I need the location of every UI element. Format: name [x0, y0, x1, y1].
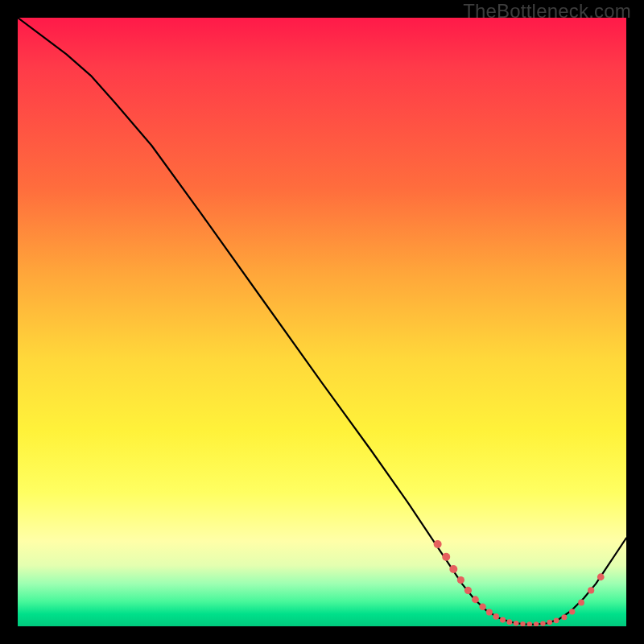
- curve-marker: [578, 600, 584, 606]
- curve-marker: [514, 621, 519, 626]
- curve-marker: [588, 587, 594, 593]
- curve-svg: [18, 18, 626, 626]
- curve-marker: [464, 587, 472, 594]
- curve-marker: [434, 540, 442, 548]
- curve-marker: [561, 614, 567, 620]
- curve-marker: [597, 573, 605, 580]
- chart-stage: TheBottleneck.com: [0, 0, 644, 644]
- curve-marker: [534, 621, 539, 626]
- curve-marker: [449, 565, 457, 573]
- curve-marker: [569, 609, 575, 614]
- bottleneck-curve: [18, 18, 626, 625]
- curve-marker: [472, 596, 479, 603]
- curve-marker: [540, 621, 545, 625]
- curve-marker: [520, 621, 525, 626]
- plot-area: [18, 18, 626, 626]
- curve-marker: [527, 621, 532, 626]
- markers-group: [434, 540, 605, 626]
- curve-marker: [479, 604, 485, 610]
- curve-marker: [554, 617, 559, 623]
- curve-marker: [486, 609, 493, 616]
- curve-marker: [493, 613, 499, 620]
- curve-marker: [506, 619, 512, 625]
- curve-marker: [500, 617, 506, 622]
- curve-marker: [442, 553, 450, 561]
- curve-marker: [457, 576, 464, 584]
- curve-marker: [547, 620, 552, 625]
